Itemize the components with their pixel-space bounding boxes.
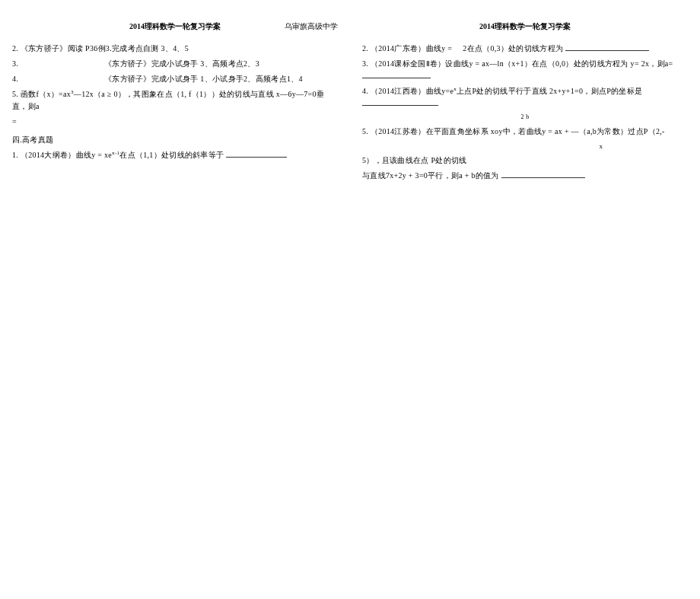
right-q2-prefix: 2. （2014广东卷）曲线y = bbox=[362, 44, 452, 53]
left-q1-sup: x-1 bbox=[112, 150, 119, 156]
right-q3: 3. （2014课标全国Ⅱ卷）设曲线y = ax—ln（x+1）在点（0,0）处… bbox=[362, 58, 688, 82]
page-left: 2014理科数学一轮复习学案 乌审旗高级中学 2. 《东方骄子》阅读 P36例3… bbox=[0, 0, 350, 599]
right-q4: 4. （2014江西卷）曲线y=ex上点P处的切线平行于直线 2x+y+1=0，… bbox=[362, 85, 688, 110]
left-item-3-text: 《东方骄子》完成小试身手 3、高频考点2、3 bbox=[21, 59, 259, 68]
right-q2-mid: 2在点（0,3）处的切线方程为 bbox=[463, 44, 563, 53]
left-item-3: 3. 《东方骄子》完成小试身手 3、高频考点2、3 bbox=[12, 58, 338, 70]
right-q2-blank bbox=[565, 43, 649, 51]
header-left-title: 2014理科数学一轮复习学案 bbox=[129, 22, 221, 30]
left-q1-blank bbox=[226, 149, 287, 158]
header-left-school: 乌审旗高级中学 bbox=[285, 21, 338, 32]
right-q4-prefix: 4. （2014江西卷）曲线y=e bbox=[362, 87, 453, 95]
left-item-4-text: 《东方骄子》完成小试身手 1、小试身手2、高频考点1、4 bbox=[21, 75, 303, 83]
left-q1-prefix: 1. （2014大纲卷）曲线y = xe bbox=[12, 151, 112, 159]
right-q5-line1: 5. （2014江苏卷）在平面直角坐标系 xoy中，若曲线y = ax + —（… bbox=[362, 126, 688, 138]
right-q5-annot: x bbox=[362, 141, 688, 151]
left-item-5-prefix: 5. 函数f（x）=ax bbox=[12, 90, 71, 98]
right-q4-mid: 上点P处的切线平行于直线 2x+y+1=0，则点P的坐标是 bbox=[457, 87, 642, 95]
left-item-3-num: 3. bbox=[12, 59, 18, 68]
right-q2: 2. （2014广东卷）曲线y = 2在点（0,3）处的切线方程为 bbox=[362, 43, 688, 55]
left-item-5-eq: = bbox=[12, 116, 338, 128]
right-q3-blank bbox=[362, 70, 431, 78]
left-item-5: 5. 函数f（x）=ax3—12x（a ≥ 0），其图象在点（1, f（1））处… bbox=[12, 88, 338, 113]
header-left: 2014理科数学一轮复习学案 乌审旗高级中学 bbox=[12, 21, 338, 32]
left-q1: 1. （2014大纲卷）曲线y = xex-1在点（1,1）处切线的斜率等于 bbox=[12, 149, 338, 161]
right-q5-line3-text: 与直线7x+2y + 3=0平行，则a + b的值为 bbox=[362, 171, 499, 180]
header-right: 2014理科数学一轮复习学案 bbox=[362, 21, 688, 32]
right-q5-blank bbox=[501, 170, 585, 178]
left-item-4: 4. 《东方骄子》完成小试身手 1、小试身手2、高频考点1、4 bbox=[12, 73, 338, 85]
header-right-title: 2014理科数学一轮复习学案 bbox=[479, 22, 571, 30]
right-q3-text: 3. （2014课标全国Ⅱ卷）设曲线y = ax—ln（x+1）在点（0,0）处… bbox=[362, 59, 673, 68]
left-q1-mid: 在点（1,1）处切线的斜率等于 bbox=[119, 151, 224, 159]
right-q5-line3: 与直线7x+2y + 3=0平行，则a + b的值为 bbox=[362, 170, 688, 182]
right-q4-blank bbox=[362, 97, 438, 106]
page-right: 2014理科数学一轮复习学案 2. （2014广东卷）曲线y = 2在点（0,3… bbox=[350, 0, 700, 599]
right-q4-annot: 2 b bbox=[362, 113, 688, 123]
left-item-2: 2. 《东方骄子》阅读 P36例3.完成考点自测 3、4、5 bbox=[12, 43, 338, 55]
left-item-4-num: 4. bbox=[12, 75, 18, 83]
section-4-title: 四.高考真题 bbox=[12, 134, 338, 146]
right-q5-line2: 5），且该曲线在点 P处的切线 bbox=[362, 155, 688, 167]
